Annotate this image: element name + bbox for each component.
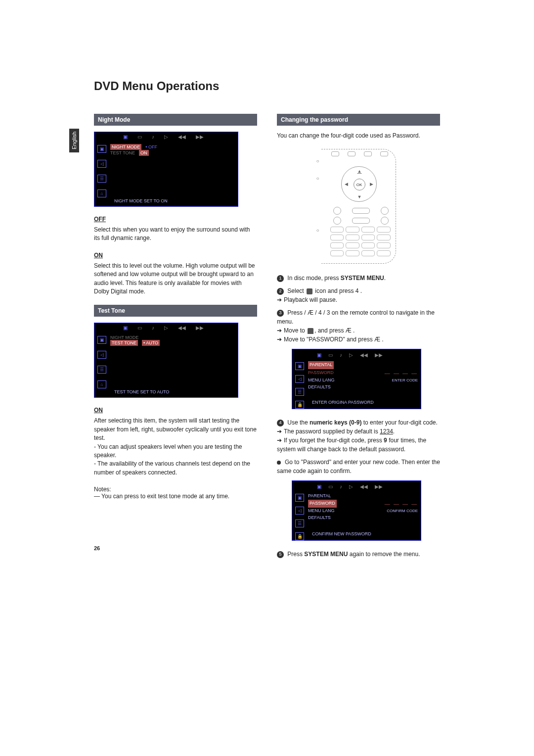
step-bullet: Go to "Password" and enter your new code… — [277, 458, 440, 475]
person-icon: ▣ — [317, 351, 321, 358]
rewind-icon: ◀◀ — [360, 351, 368, 358]
steps: 1 In disc mode, press SYSTEM MENU. 2 Sel… — [277, 274, 440, 559]
language-tab: English — [69, 129, 79, 152]
page-title: DVD Menu Operations — [94, 79, 440, 93]
person-icon: ▣ — [123, 134, 128, 141]
osd-item-test: TEST TONE — [110, 150, 135, 155]
music-icon: ♪ — [340, 483, 342, 490]
osd-item-night: NIGHT MODE — [110, 144, 141, 150]
play-icon: ▷ — [164, 325, 168, 332]
osd-side-icons: ▣ ◁ ☰ ⌂ — [97, 336, 107, 388]
side-icon-4: ⌂ — [97, 380, 106, 388]
text-off: Select this when you want to enjoy the s… — [94, 226, 257, 243]
person-icon: ▣ — [317, 483, 321, 490]
step-1: 1 In disc mode, press SYSTEM MENU. — [277, 274, 440, 283]
arrow-icon: ➔ — [277, 326, 282, 335]
side-icon-2: ◁ — [295, 375, 304, 383]
page: English DVD Menu Operations Night Mode ▣… — [94, 0, 440, 622]
step-badge-3: 3 — [277, 310, 284, 317]
text-on-test: After selecting this item, the system wi… — [94, 417, 257, 477]
intro-text: You can change the four-digit code used … — [277, 132, 440, 140]
remote-body: ○○○ OK ▲ ▼ ◀ ▶ — [321, 149, 396, 264]
osd-tab-row: ▣ ▭ ♪ ▷ ◀◀ ▶▶ — [123, 134, 235, 141]
osd-inner: NIGHT MODE TEST TONE • AUTO — [110, 335, 235, 346]
person-icon: ▣ — [123, 325, 128, 332]
right-column: Changing the password You can change the… — [277, 111, 440, 563]
side-icon-3: ☰ — [97, 366, 106, 374]
arrow-up-icon: ▲ — [357, 169, 362, 174]
left-column: Night Mode ▣ ▭ ♪ ▷ ◀◀ ▶▶ ▣ ◁ ☰ ⌂ — [94, 111, 257, 563]
subhead-off: OFF — [94, 216, 257, 223]
page-number: 26 — [94, 545, 257, 551]
arrow-icon: ➔ — [277, 427, 282, 436]
remote-dpad: OK ▲ ▼ ◀ ▶ — [341, 166, 377, 202]
text-on: Select this to level out the volume. Hig… — [94, 262, 257, 296]
osd-side-icons: ▣ ◁ ☰ ⌂ — [97, 145, 107, 197]
lock-icon: 🔒 — [295, 532, 304, 540]
osd-inner: NIGHT MODE • OFF TEST TONE ON — [110, 144, 235, 156]
rewind-icon: ◀◀ — [178, 325, 186, 332]
arrow-icon: ➔ — [277, 295, 282, 304]
section-bar-night-mode: Night Mode — [94, 114, 257, 126]
subhead-on: ON — [94, 252, 257, 259]
music-icon: ♪ — [340, 351, 342, 358]
screen-icon: ▭ — [328, 483, 333, 490]
arrow-icon: ➔ — [277, 335, 282, 344]
lock-icon — [308, 328, 313, 334]
remote-illustration: ○○○ OK ▲ ▼ ◀ ▶ — [277, 149, 440, 264]
step-3: 3 Press / Æ / 4 / 3 on the remote contro… — [277, 308, 440, 344]
columns: Night Mode ▣ ▭ ♪ ▷ ◀◀ ▶▶ ▣ ◁ ☰ ⌂ — [94, 111, 440, 563]
side-icon-4: ⌂ — [97, 189, 106, 197]
play-icon: ▷ — [349, 351, 353, 358]
music-icon: ♪ — [152, 134, 154, 141]
screen-icon: ▭ — [137, 134, 142, 141]
remote-ok-button: OK — [354, 179, 365, 190]
step-badge-1: 1 — [277, 275, 284, 282]
notes-label: Notes: — [94, 486, 111, 493]
osd-test-tone: ▣ ▭ ♪ ▷ ◀◀ ▶▶ ▣ ◁ ☰ ⌂ NIGHT MODE — [94, 323, 238, 398]
side-icon-1: ▣ — [97, 336, 106, 344]
side-icon-2: ◁ — [97, 351, 106, 359]
screen-icon: ▭ — [328, 351, 333, 358]
forward-icon: ▶▶ — [375, 483, 383, 490]
notes-block: Notes: — You can press to exit test tone… — [94, 486, 257, 500]
remote-mid-row-2 — [333, 217, 389, 225]
notes-text: — You can press to exit test tone mode a… — [94, 493, 229, 500]
osd-opt-auto: • AUTO — [142, 340, 160, 346]
osd-item-night: NIGHT MODE — [110, 335, 138, 340]
arrow-icon: ➔ — [277, 436, 282, 445]
osd-status-night: NIGHT MODE SET TO ON — [114, 198, 168, 203]
side-icon-1: ▣ — [97, 145, 106, 153]
side-icon-1: ▣ — [295, 362, 304, 370]
play-icon: ▷ — [164, 134, 168, 141]
step-5: 5 Press SYSTEM MENU again to remove the … — [277, 550, 440, 559]
step-badge-5: 5 — [277, 551, 284, 558]
osd-status-test: TEST TONE SET TO AUTO — [114, 389, 169, 394]
arrow-right-icon: ▶ — [370, 182, 373, 187]
side-icon-3: ☰ — [295, 520, 304, 527]
forward-icon: ▶▶ — [196, 325, 204, 332]
step-badge-2: 2 — [277, 288, 284, 295]
section-bar-test-tone: Test Tone — [94, 305, 257, 317]
music-icon: ♪ — [152, 325, 154, 332]
remote-button-grid — [330, 227, 391, 259]
screen-icon: ▭ — [137, 325, 142, 332]
step-2: 2 Select icon and press 4 . ➔Playback wi… — [277, 286, 440, 304]
section-bar-password: Changing the password — [277, 114, 440, 126]
remote-mid-row — [333, 207, 389, 215]
osd-night-mode: ▣ ▭ ♪ ▷ ◀◀ ▶▶ ▣ ◁ ☰ ⌂ NIGHT MODE • OFF — [94, 132, 238, 207]
rewind-icon: ◀◀ — [178, 134, 186, 141]
forward-icon: ▶▶ — [196, 134, 204, 141]
rewind-icon: ◀◀ — [360, 483, 368, 490]
lock-icon: 🔒 — [295, 401, 304, 409]
side-icon-3: ☰ — [295, 388, 304, 396]
osd-opt-on: ON — [139, 150, 149, 156]
subhead-on-test: ON — [94, 407, 257, 414]
osd-confirm-password: ▣ ▭ ♪ ▷ ◀◀ ▶▶ ▣ ◁ ☰ 🔒 PARENTAL — [292, 480, 421, 541]
side-icon-2: ◁ — [295, 507, 304, 515]
side-icon-2: ◁ — [97, 160, 106, 168]
arrow-left-icon: ◀ — [345, 182, 348, 187]
osd-item-test: TEST TONE — [110, 340, 138, 346]
arrow-down-icon: ▼ — [357, 194, 362, 199]
osd-tab-row: ▣ ▭ ♪ ▷ ◀◀ ▶▶ — [123, 325, 235, 332]
